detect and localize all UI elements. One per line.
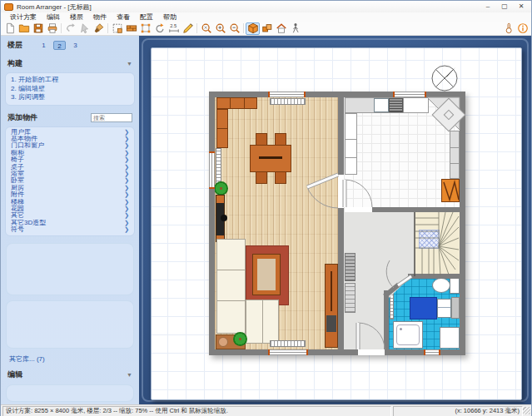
collapse-icon[interactable]: ▼ (127, 61, 132, 67)
floor-button-1[interactable]: 1 (37, 41, 50, 50)
hallway-shelf-upper[interactable] (345, 253, 355, 281)
wall-left[interactable] (209, 92, 215, 355)
menu-view[interactable]: 查看 (112, 12, 135, 22)
home-3d-icon[interactable] (274, 22, 288, 35)
category-accessories[interactable]: 附件❯ (11, 191, 129, 198)
menu-design[interactable]: 设计方案 (5, 12, 42, 22)
menu-object[interactable]: 物件 (88, 12, 112, 22)
category-bedroom[interactable]: 卧室❯ (11, 177, 129, 184)
menu-floor[interactable]: 楼层 (65, 12, 88, 22)
wall-divider-lower[interactable] (338, 208, 344, 355)
draw-tool-icon[interactable] (181, 22, 195, 35)
paint-style-icon[interactable] (92, 22, 106, 35)
wall-kitchen-bottom[interactable] (372, 207, 460, 212)
kitchen-right-cabinets[interactable] (450, 131, 460, 179)
kitchen-tall-cabinet[interactable] (345, 113, 357, 175)
plan-paper[interactable] (151, 47, 522, 400)
draw-walls-icon[interactable] (124, 22, 138, 35)
window[interactable] (393, 92, 426, 97)
dining-chair[interactable] (275, 171, 286, 184)
dining-chair[interactable] (256, 171, 267, 184)
radiator-bottom[interactable] (270, 340, 306, 347)
floor-plan[interactable] (209, 92, 465, 355)
zoom-to-fit-icon[interactable] (199, 22, 213, 35)
corner-bench-top[interactable] (216, 97, 257, 109)
menu-help[interactable]: 帮助 (158, 12, 181, 22)
select-region-icon[interactable] (110, 22, 124, 35)
move-points-icon[interactable] (138, 22, 152, 35)
potted-plant[interactable] (214, 181, 228, 196)
kitchen-sink[interactable] (374, 98, 389, 112)
drawing-canvas[interactable] (139, 36, 531, 404)
bath-mat[interactable] (410, 297, 437, 319)
category-tables[interactable]: 桌子❯ (11, 164, 129, 171)
category-garden[interactable]: 花园❯ (11, 206, 129, 212)
category-symbols[interactable]: 符号❯ (11, 226, 129, 233)
category-basic-objects[interactable]: 基本物件❯ (11, 136, 129, 142)
wall-bathroom-top[interactable] (408, 274, 460, 279)
objects-3d-icon[interactable] (260, 22, 274, 35)
category-cabinets[interactable]: 橱柜❯ (11, 150, 129, 156)
category-other[interactable]: 其它❯ (11, 212, 129, 219)
category-chairs[interactable]: 椅子❯ (11, 156, 129, 163)
category-stairs[interactable]: 楼梯❯ (11, 199, 129, 206)
rotate-object-icon[interactable] (152, 22, 167, 35)
about-info-icon[interactable] (515, 22, 530, 35)
wall-top[interactable] (209, 92, 465, 97)
other-libraries-link[interactable]: 其它库... (7) (9, 354, 131, 364)
category-user-library[interactable]: 用户库❯ (11, 129, 129, 136)
hallway-shelf-lower[interactable] (345, 283, 355, 313)
kitchen-stove[interactable] (389, 98, 403, 112)
radiator-left[interactable] (216, 148, 221, 186)
stair-landing[interactable] (419, 230, 440, 249)
save-icon[interactable] (31, 22, 45, 35)
window[interactable] (268, 92, 306, 97)
view-3d-icon[interactable] (246, 22, 260, 35)
sofa-left-arm[interactable] (216, 239, 246, 334)
new-document-icon[interactable] (2, 22, 17, 35)
resize-grip[interactable] (523, 407, 530, 414)
category-bathroom[interactable]: 浴室❯ (11, 171, 129, 177)
build-step-adjust-rooms[interactable]: 3. 房间调整 (11, 93, 129, 102)
build-section-header[interactable]: 构建 ▼ (7, 58, 132, 69)
collapse-icon[interactable]: ▼ (127, 372, 132, 378)
floor-speaker[interactable] (221, 215, 227, 221)
zoom-in-icon[interactable] (213, 22, 227, 35)
select-pointer-icon[interactable] (77, 22, 92, 35)
print-icon[interactable] (45, 22, 59, 35)
measure-dimension-icon[interactable]: 2.5 (167, 22, 181, 35)
towel-radiator[interactable] (390, 290, 394, 319)
walkthrough-icon[interactable] (288, 22, 302, 35)
floor-button-2[interactable]: 2 (53, 41, 66, 50)
pointer-mode-icon[interactable] (501, 22, 515, 35)
close-button[interactable]: ✕ (515, 2, 528, 12)
bathroom-sink[interactable] (437, 299, 451, 318)
radiator-top[interactable] (270, 98, 306, 105)
build-step-edit-walls[interactable]: 2. 编辑墙壁 (11, 85, 129, 94)
corner-bench-left[interactable] (216, 109, 228, 148)
zoom-out-icon[interactable] (227, 22, 241, 35)
window[interactable] (209, 151, 215, 189)
object-search-input[interactable] (91, 113, 132, 122)
open-project-icon[interactable] (17, 22, 31, 35)
edit-section-header[interactable]: 编辑 ▼ (7, 369, 132, 380)
build-step-new-project[interactable]: 1. 开始新的工程 (11, 76, 129, 85)
wall-right[interactable] (460, 92, 465, 355)
category-kitchen[interactable]: 厨房❯ (11, 185, 129, 191)
maximize-button[interactable]: ▢ (498, 2, 511, 12)
washing-machine[interactable] (440, 327, 460, 349)
undo-icon[interactable] (63, 22, 77, 35)
category-doors-windows[interactable]: 门口和窗户❯ (11, 142, 129, 149)
minimize-button[interactable]: – (481, 2, 495, 12)
menu-edit[interactable]: 编辑 (42, 12, 65, 22)
potted-plant[interactable] (233, 332, 247, 346)
kitchen-orange-cabinet[interactable] (441, 179, 460, 202)
toilet-bowl[interactable] (432, 278, 450, 293)
kitchen-counter-white[interactable] (403, 97, 429, 113)
category-other-3d[interactable]: 其它3D造型❯ (11, 220, 129, 226)
coffee-table[interactable] (253, 255, 280, 295)
wall-divider-upper[interactable] (338, 92, 344, 175)
window[interactable] (268, 349, 308, 355)
window[interactable] (424, 349, 440, 355)
wall-bathroom-left[interactable] (384, 290, 389, 349)
